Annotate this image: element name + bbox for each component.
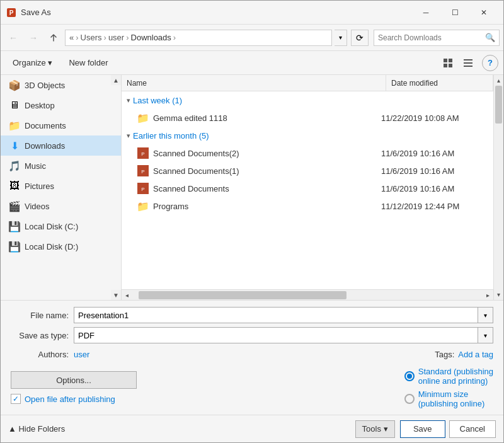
downloads-icon: ⬇ (8, 139, 21, 152)
file-list-container: Name Date modified ▾ Last week (1) 📁 (122, 75, 493, 300)
file-date: 11/6/2019 10:16 AM (381, 149, 488, 158)
file-name: Gemma edited 1118 (153, 113, 377, 123)
scroll-left-arrow[interactable]: ◂ (122, 290, 132, 301)
view-button[interactable] (439, 55, 457, 71)
sidebar-item-desktop[interactable]: 🖥 Desktop (1, 95, 121, 115)
saveastype-dropdown[interactable]: ▾ (478, 327, 493, 343)
saveastype-input[interactable] (74, 327, 478, 343)
horizontal-scrollbar[interactable]: ◂ ▸ (122, 289, 493, 300)
sidebar-scroll-down[interactable]: ▼ (111, 290, 121, 300)
path-part-user: user (108, 33, 124, 42)
list-item[interactable]: P Scanned Documents(2) 11/6/2019 10:16 A… (122, 144, 493, 162)
help-button[interactable]: ? (482, 55, 498, 71)
file-date: 11/22/2019 10:08 AM (381, 113, 488, 123)
radio-minimum-button[interactable] (404, 394, 415, 404)
view-details-button[interactable] (459, 55, 477, 71)
sidebar-item-local-disk-d[interactable]: 💾 Local Disk (D:) (1, 236, 121, 256)
footer: ▲ Hide Folders Tools ▾ Save Cancel (1, 415, 503, 442)
open-after-checkbox-box[interactable]: ✓ (11, 394, 21, 404)
tools-button[interactable]: Tools ▾ (355, 420, 395, 438)
filename-dropdown[interactable]: ▾ (478, 307, 493, 323)
vertical-scrollbar: ▴ ▾ (493, 75, 503, 300)
folder-icon: 📁 (137, 112, 149, 124)
group-last-week[interactable]: ▾ Last week (1) (122, 91, 493, 109)
options-button[interactable]: Options... (11, 371, 137, 389)
minimize-button[interactable]: ─ (411, 1, 440, 25)
address-dropdown-button[interactable]: ▾ (335, 30, 347, 46)
svg-rect-8 (464, 66, 472, 67)
up-button[interactable] (45, 29, 62, 47)
close-button[interactable]: ✕ (469, 1, 498, 25)
search-icon: 🔍 (485, 33, 495, 42)
refresh-button[interactable]: ⟳ (351, 30, 369, 46)
bottom-actions: Options... ✓ Open file after publishing … (11, 362, 493, 408)
videos-icon: 🎬 (8, 200, 21, 212)
group-earlier-label: Earlier this month (5) (133, 131, 209, 141)
svg-rect-2 (444, 59, 447, 62)
sidebar-item-documents[interactable]: 📁 Documents (1, 115, 121, 135)
svg-rect-4 (444, 64, 447, 67)
saveastype-row: Save as type: ▾ (11, 327, 493, 343)
svg-text:P: P (141, 151, 144, 157)
list-item[interactable]: 📁 Gemma edited 1118 11/22/2019 10:08 AM (122, 109, 493, 127)
path-part-users: Users (81, 33, 102, 42)
save-button[interactable]: Save (400, 420, 445, 438)
column-date-modified[interactable]: Date modified (386, 75, 493, 91)
meta-row: Authors: user Tags: Add a tag (11, 347, 493, 362)
3d-objects-icon: 📦 (8, 79, 21, 91)
back-button[interactable]: ← (4, 29, 22, 47)
sidebar-label-local-disk-d: Local Disk (D:) (25, 242, 78, 251)
scroll-up-arrow[interactable]: ▴ (494, 75, 504, 86)
sidebar-item-downloads[interactable]: ⬇ Downloads (1, 135, 121, 156)
h-scroll-thumb[interactable] (139, 291, 346, 299)
v-scroll-thumb[interactable] (495, 86, 502, 124)
sidebar-scroll-up[interactable]: ▲ (111, 75, 121, 85)
file-list: ▾ Last week (1) 📁 Gemma edited 1118 11/2… (122, 91, 493, 289)
search-input[interactable] (378, 33, 485, 42)
svg-text:P: P (141, 169, 144, 175)
group-earlier-this-month[interactable]: ▾ Earlier this month (5) (122, 127, 493, 144)
sidebar-label-desktop: Desktop (25, 101, 55, 110)
radio-standard[interactable]: Standard (publishingonline and printing) (404, 367, 493, 386)
maximize-button[interactable]: ☐ (440, 1, 469, 25)
column-name[interactable]: Name (122, 75, 386, 91)
filename-input[interactable] (74, 307, 478, 323)
new-folder-button[interactable]: New folder (62, 55, 115, 71)
tags-add[interactable]: Add a tag (458, 350, 493, 359)
open-after-checkbox[interactable]: ✓ Open file after publishing (11, 394, 137, 404)
group-earlier-chevron: ▾ (127, 132, 130, 140)
sidebar-item-local-disk-c[interactable]: 💾 Local Disk (C:) (1, 216, 121, 236)
list-item[interactable]: P Scanned Documents(1) 11/6/2019 10:16 A… (122, 162, 493, 180)
list-item[interactable]: 📁 Programs 11/12/2019 12:44 PM (122, 197, 493, 215)
authors-value[interactable]: user (74, 350, 89, 359)
sidebar-item-3d-objects[interactable]: 📦 3D Objects (1, 75, 121, 95)
file-date: 11/6/2019 10:16 AM (381, 184, 488, 193)
group-last-week-label: Last week (1) (133, 96, 182, 105)
forward-button[interactable]: → (25, 29, 42, 47)
sidebar-item-music[interactable]: 🎵 Music (1, 156, 121, 176)
authors-label: Authors: (11, 350, 74, 359)
sidebar-item-videos[interactable]: 🎬 Videos (1, 196, 121, 216)
hide-folders-button[interactable]: ▲ Hide Folders (8, 424, 65, 434)
scroll-right-arrow[interactable]: ▸ (483, 290, 493, 301)
cancel-button[interactable]: Cancel (449, 420, 496, 438)
address-path[interactable]: « › Users › user › Downloads › (65, 30, 332, 46)
list-item[interactable]: P Scanned Documents 11/6/2019 10:16 AM (122, 180, 493, 197)
sidebar-label-pictures: Pictures (25, 181, 54, 191)
svg-text:P: P (141, 187, 144, 192)
sidebar-label-downloads: Downloads (25, 141, 65, 151)
radio-standard-button[interactable] (404, 371, 415, 381)
app-icon: P (6, 7, 17, 18)
file-date: 11/12/2019 12:44 PM (381, 202, 488, 211)
sidebar-item-pictures[interactable]: 🖼 Pictures (1, 176, 121, 196)
radio-minimum-label: Minimum size(publishing online) (418, 389, 485, 408)
open-after-label: Open file after publishing (25, 394, 115, 404)
organize-button[interactable]: Organize ▾ (6, 55, 59, 71)
main-content: ▲ 📦 3D Objects 🖥 Desktop 📁 Documents ⬇ D… (1, 75, 503, 300)
checkbox-check-icon: ✓ (13, 394, 19, 403)
tools-label: Tools (362, 424, 381, 434)
radio-minimum[interactable]: Minimum size(publishing online) (404, 389, 493, 408)
toolbar: Organize ▾ New folder ? (1, 51, 503, 75)
scroll-down-arrow[interactable]: ▾ (494, 289, 504, 300)
filename-row: File name: ▾ (11, 307, 493, 323)
